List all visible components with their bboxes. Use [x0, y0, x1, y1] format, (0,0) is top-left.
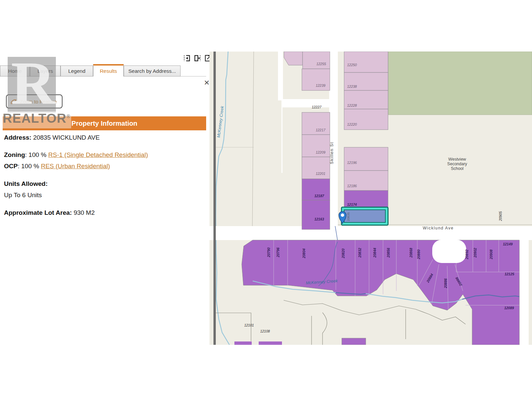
school-field — [388, 52, 532, 115]
parcel-label-12238: 12238 — [347, 84, 357, 88]
lot-label-12149: 12149 — [503, 242, 512, 246]
parcel-label-12228: 12228 — [347, 103, 357, 107]
parcel-label-12174: 12174 — [347, 202, 357, 206]
school-label: Secondary — [447, 162, 467, 166]
address-row: Address: 20835 WICKLUND AVE — [4, 134, 100, 141]
parcel-12255[interactable] — [303, 52, 330, 69]
lot-area-label: Approximate Lot Area: — [4, 209, 72, 216]
road-skillen-st — [329, 52, 338, 226]
lot-label-12227: 12227 — [312, 105, 322, 109]
tab-search-by-address[interactable]: Search by Address... — [124, 66, 181, 76]
parcel-label-12217: 12217 — [316, 128, 326, 132]
lot-label-20892: 20892 — [465, 249, 469, 259]
parcel-label-12187: 12187 — [314, 194, 324, 198]
school-label: Westview — [448, 157, 466, 162]
collapse-panel-left-icon[interactable] — [183, 54, 191, 62]
app-window: Home Layers Legend Results Search by Add… — [0, 0, 532, 399]
lot-label-20820: 20820 — [341, 248, 345, 258]
school-label: School — [451, 166, 464, 171]
address-value: 20835 WICKLUND AVE — [31, 134, 100, 141]
tab-legend[interactable]: Legend — [61, 66, 93, 76]
parcel-12201[interactable] — [302, 157, 330, 179]
parcel-label-12220: 12220 — [347, 122, 357, 126]
lot-label-20856: 20856 — [386, 248, 390, 258]
parcel-12220[interactable] — [344, 109, 388, 130]
cul-de-sac — [432, 240, 466, 263]
zoom-to-feature-icon — [10, 98, 17, 105]
lot-label-12089: 12089 — [504, 306, 514, 310]
street-label-wicklund: Wicklund Ave — [423, 226, 454, 230]
tab-results[interactable]: Results — [93, 64, 124, 76]
parcel-label-12250: 12250 — [347, 63, 357, 67]
lot-label-20844: 20844 — [373, 248, 377, 258]
lot-label-20902: 20902 — [473, 248, 477, 258]
zoning-link[interactable]: RS-1 (Single Detached Residential) — [48, 151, 148, 158]
units-allowed-value: Up To 6 Units — [4, 192, 42, 199]
map-edge-strip — [213, 52, 216, 345]
lot-label-20804: 20804 — [302, 248, 306, 258]
parcel-label-12163: 12163 — [314, 217, 324, 221]
lot-label-20796: 20796 — [276, 247, 280, 257]
map-canvas[interactable]: 1225512239122171220912201121871216312250… — [209, 52, 532, 345]
ocp-link[interactable]: RES (Urban Residential) — [41, 163, 110, 170]
ocp-label: OCP — [4, 163, 18, 170]
ocp-row: OCP: 100 % RES (Urban Residential) — [4, 163, 110, 170]
parcel-label-12209: 12209 — [316, 150, 325, 154]
parcel-label-12196: 12196 — [347, 161, 357, 165]
parcel-12250[interactable] — [344, 52, 388, 72]
parcel-label-12239: 12239 — [316, 83, 325, 87]
lot-label-20880: 20880 — [417, 249, 421, 259]
zoom-to-feature-label: Zoom to Feature — [20, 99, 57, 104]
lot-label-20868: 20868 — [409, 248, 413, 258]
street-label-skillen: Skillen St — [330, 142, 334, 164]
parcel-label-12186: 12186 — [347, 184, 357, 188]
lot-area-value: 930 M2 — [72, 209, 95, 216]
property-information-header: Property Information — [3, 116, 206, 130]
units-allowed-label: Units Allowed: — [4, 180, 48, 188]
lot-label-20905: 20905 — [498, 211, 502, 221]
parcel-label-12255: 12255 — [316, 62, 326, 66]
zoning-row: Zoning: 100 % RS-1 (Single Detached Resi… — [4, 151, 148, 159]
selected-parcel-label: 20835 — [346, 212, 350, 221]
tab-layers[interactable]: Layers — [30, 66, 61, 76]
lot-label-20832: 20832 — [358, 248, 362, 258]
lot-label-12108: 12108 — [260, 329, 270, 333]
parcel-12196[interactable] — [344, 147, 388, 171]
lot-label-12125: 12125 — [504, 272, 514, 276]
lot-label-20908: 20908 — [489, 249, 493, 259]
lot-label-12101: 12101 — [244, 323, 254, 327]
road-lane — [282, 99, 329, 107]
tab-home[interactable]: Home — [0, 66, 30, 76]
zoning-label: Zoning — [4, 151, 25, 158]
panel-header-icons — [183, 54, 212, 62]
address-label: Address: — [4, 134, 31, 141]
close-results-icon[interactable]: ✕ — [204, 79, 210, 86]
lot-area-row: Approximate Lot Area: 930 M2 — [4, 209, 95, 216]
lot-label-20790: 20790 — [267, 247, 271, 257]
lot-label-20886: 20886 — [444, 278, 448, 288]
parcel-label-12201: 12201 — [316, 172, 325, 176]
parcel-12163[interactable] — [302, 200, 330, 229]
zoom-to-feature-button[interactable]: Zoom to Feature — [6, 94, 63, 108]
expand-panel-right-icon[interactable] — [194, 54, 201, 62]
road-wicklund-ave — [209, 226, 532, 240]
road-east — [519, 226, 529, 345]
